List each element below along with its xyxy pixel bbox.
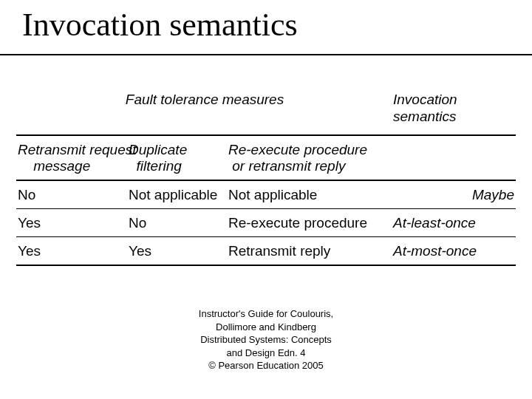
table-bottom-rule [16, 265, 516, 266]
cell-reexec: Not applicable [227, 180, 393, 208]
col-retransmit: Retransmit request message [16, 135, 127, 181]
header-invocation-semantics: Invocation semantics [393, 89, 516, 135]
col-duplicate: Duplicate filtering [127, 135, 227, 181]
table-row: Yes No Re-execute procedure At-least-onc… [16, 208, 516, 236]
table-row: Yes Yes Retransmit reply At-most-once [16, 236, 516, 265]
header-row-1: Fault tolerance measures Invocation sema… [16, 89, 516, 135]
slide: Invocation semantics Fault tolerance mea… [0, 0, 532, 399]
title-underline [0, 54, 532, 55]
footer: Instructor's Guide for Coulouris, Dollim… [0, 307, 532, 372]
col-reexec: Re-execute procedure or retransmit reply [227, 135, 393, 181]
col-sem-blank [393, 135, 516, 181]
cell-retransmit: Yes [16, 208, 127, 236]
cell-retransmit: Yes [16, 236, 127, 265]
footer-line: Dollimore and Kindberg [0, 321, 532, 334]
table: Fault tolerance measures Invocation sema… [16, 89, 516, 266]
footer-line: © Pearson Education 2005 [0, 359, 532, 372]
cell-reexec: Re-execute procedure [227, 208, 393, 236]
cell-reexec: Retransmit reply [227, 236, 393, 265]
footer-line: Distributed Systems: Concepts [0, 333, 532, 347]
semantics-table: Fault tolerance measures Invocation sema… [16, 89, 516, 266]
header-fault-tolerance: Fault tolerance measures [16, 89, 393, 135]
footer-line: and Design Edn. 4 [0, 347, 532, 360]
cell-dup: Yes [127, 236, 227, 265]
header-row-2: Retransmit request message Duplicate fil… [16, 135, 516, 181]
footer-line: Instructor's Guide for Coulouris, [0, 307, 532, 321]
cell-retransmit: No [16, 180, 127, 208]
slide-title: Invocation semantics [0, 0, 532, 44]
cell-sem: Maybe [393, 180, 516, 208]
cell-dup: No [127, 208, 227, 236]
cell-sem: At-most-once [393, 236, 516, 265]
cell-dup: Not applicable [127, 180, 227, 208]
table-row: No Not applicable Not applicable Maybe [16, 180, 516, 208]
cell-sem: At-least-once [393, 208, 516, 236]
